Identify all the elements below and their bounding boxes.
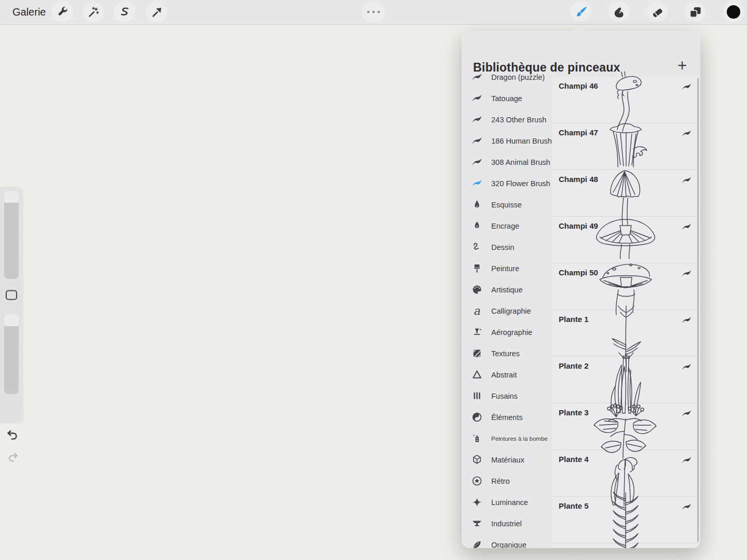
undo-button[interactable] [5, 427, 20, 442]
actions-button[interactable] [52, 2, 73, 22]
square-icon [5, 289, 18, 301]
brush-opacity-slider[interactable] [4, 314, 19, 394]
sparkle-icon [469, 496, 485, 509]
pencil-tip-icon [469, 199, 485, 211]
brush-set-abstrait[interactable]: Abstrait [462, 364, 552, 385]
stroke-swoosh-icon [681, 501, 692, 512]
brush-item-champi-46[interactable]: Champi 46 [552, 77, 698, 123]
italic-a-icon: a [469, 305, 485, 317]
eraser-icon [651, 5, 665, 19]
color-button[interactable] [723, 2, 744, 22]
brush-set-dessin[interactable]: Dessin [462, 236, 552, 258]
layers-button[interactable] [685, 2, 706, 22]
stroke-swoosh-icon [469, 71, 485, 83]
brush-set-retro[interactable]: Rétro [462, 470, 552, 492]
brush-list: Champi 46 Champi 47 Champi 48 [552, 77, 698, 548]
stroke-swoosh-icon [681, 221, 692, 232]
brush-set-human-brush[interactable]: 186 Human Brush [462, 130, 552, 151]
flat-brush-icon [469, 262, 485, 275]
adjustments-button[interactable] [83, 2, 104, 22]
brush-set-textures[interactable]: Textures [462, 343, 552, 364]
brush-item-plante-3[interactable]: Plante 3 [552, 403, 698, 450]
brush-set-other-brush[interactable]: 243 Other Brush [462, 109, 552, 130]
stroke-swoosh-icon [681, 455, 692, 466]
selection-button[interactable] [114, 2, 135, 22]
brush-set-encrage[interactable]: Encrage [462, 215, 552, 236]
add-brush-set-button[interactable]: + [677, 58, 687, 74]
ellipsis-icon [366, 9, 381, 15]
squiggle-icon [469, 241, 485, 254]
brush-set-dragon-puzzle[interactable]: Dragon (puzzle) [462, 66, 552, 88]
brush-set-flower-brush-selected[interactable]: 320 Flower Brush [462, 173, 552, 194]
undo-arrow-icon [5, 427, 20, 442]
brush-set-artistique[interactable]: Artistique [462, 279, 552, 300]
brush-set-tatouage[interactable]: Tatouage [462, 88, 552, 109]
stroke-swoosh-icon [469, 156, 485, 169]
paint-tool-button[interactable] [571, 2, 591, 22]
smudge-finger-icon [612, 5, 626, 19]
top-toolbar: Galerie [0, 0, 747, 25]
yin-yang-icon [469, 411, 485, 424]
stroke-swoosh-icon [469, 177, 485, 190]
stroke-swoosh-icon [681, 175, 692, 186]
transform-arrow-icon [150, 6, 163, 19]
erase-tool-button[interactable] [647, 2, 668, 22]
brush-item-plante-1[interactable]: Plante 1 [552, 310, 698, 357]
brush-item-champi-49[interactable]: Champi 49 [552, 217, 698, 263]
panel-caret [573, 25, 587, 32]
brush-set-fusains[interactable]: Fusains [462, 385, 552, 407]
canvas-options-button[interactable] [362, 2, 385, 22]
redo-button[interactable] [6, 450, 21, 465]
brush-list-scrollbar[interactable] [697, 78, 699, 542]
transform-button[interactable] [146, 2, 167, 22]
brush-size-slider-thumb[interactable] [4, 191, 19, 203]
brush-opacity-slider-thumb[interactable] [4, 314, 19, 326]
brush-set-materiaux[interactable]: Matériaux [462, 449, 552, 470]
brush-item-plante-4[interactable]: Plante 4 [552, 450, 698, 497]
brush-set-elements[interactable]: Éléments [462, 407, 552, 428]
stroke-swoosh-icon [681, 128, 692, 139]
charcoal-bars-icon [469, 390, 485, 402]
smudge-tool-button[interactable] [608, 2, 629, 22]
palette-icon [469, 284, 485, 296]
brush-set-luminance[interactable]: Luminance [462, 492, 552, 513]
brush-preview-illustration [587, 491, 665, 548]
brush-item-plante-5[interactable]: Plante 5 [552, 497, 698, 543]
stroke-swoosh-icon [469, 135, 485, 147]
brush-item-plante-2[interactable]: Plante 2 [552, 357, 698, 403]
brush-set-peinture[interactable]: Peinture [462, 258, 552, 279]
leaf-icon [469, 539, 485, 549]
color-circle [726, 5, 741, 19]
brush-set-peintures-a-la-bombe[interactable]: Peintures à la bombe [462, 428, 552, 449]
stroke-swoosh-icon [681, 268, 692, 279]
brush-set-organique[interactable]: Organique [462, 534, 552, 548]
stroke-swoosh-icon [681, 408, 692, 419]
stroke-swoosh-icon [681, 81, 692, 92]
hatched-square-icon [469, 347, 485, 360]
star-circle-icon [469, 475, 485, 487]
anvil-icon [469, 517, 485, 530]
gallery-button[interactable]: Galerie [10, 0, 48, 24]
stroke-swoosh-icon [681, 315, 692, 326]
brush-library-panel: Bibliothèque de pinceaux + Dragon (puzzl… [462, 31, 700, 548]
paintbrush-icon [574, 5, 588, 19]
layers-icon [688, 5, 702, 19]
stroke-swoosh-icon [681, 361, 692, 372]
wrench-icon [56, 6, 69, 19]
brush-set-list: Dragon (puzzle) Tatouage 243 Other Brush… [462, 66, 552, 548]
cube-icon [469, 454, 485, 466]
stroke-swoosh-icon [469, 114, 485, 126]
redo-arrow-icon [6, 450, 20, 464]
airbrush-icon [469, 326, 485, 339]
brush-set-industriel[interactable]: Industriel [462, 513, 552, 534]
brush-set-calligraphie[interactable]: aCalligraphie [462, 300, 552, 321]
modify-button[interactable] [4, 288, 19, 302]
brush-item-champi-47[interactable]: Champi 47 [552, 123, 698, 170]
brush-size-slider[interactable] [4, 191, 19, 279]
brush-item-champi-50[interactable]: Champi 50 [552, 263, 698, 310]
brush-set-aerographie[interactable]: Aérographie [462, 321, 552, 343]
brush-set-animal-brush[interactable]: 308 Animal Brush [462, 151, 552, 173]
brush-item-champi-48[interactable]: Champi 48 [552, 170, 698, 217]
triangle-icon [469, 369, 485, 381]
brush-set-esquisse[interactable]: Esquisse [462, 194, 552, 215]
